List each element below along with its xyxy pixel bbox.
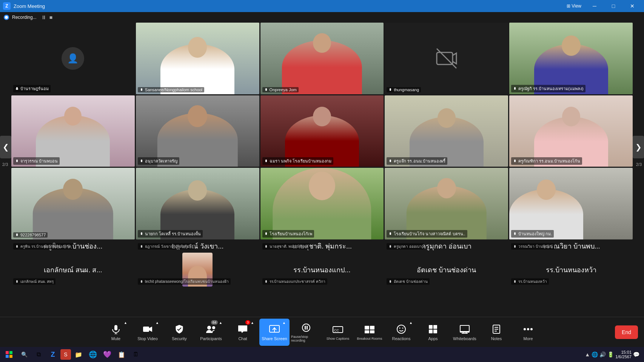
- participants-button[interactable]: ▲ 64 Participants: [196, 319, 226, 346]
- share-screen-button[interactable]: ▲ Share Screen: [259, 319, 290, 346]
- chat-button[interactable]: ▲ 3 Chat: [228, 319, 258, 346]
- taskbar-purple-icon[interactable]: 💜: [100, 348, 114, 360]
- participant-name-25: รร.บ้านหนองหว้า: [511, 278, 549, 285]
- notes-icon: [490, 323, 502, 335]
- video-cell-18[interactable]: นายสุชาติ. พุ่มกระ... นายสุชาติ. พมกระจิ…: [260, 241, 384, 252]
- svg-point-37: [530, 328, 533, 330]
- more-icon: [522, 323, 534, 335]
- mute-button[interactable]: ▲ Mute: [101, 319, 131, 346]
- reactions-icon: [395, 323, 407, 335]
- toolbar: ▲ Mute ▲ Stop Video: [0, 317, 644, 347]
- text-cell-name-25: รร.บ้านหนองหว้า: [542, 264, 600, 275]
- stop-recording-icon[interactable]: ■: [49, 14, 52, 20]
- video-cell-5[interactable]: ครูณัฐกิ รร.บ้านหนองเทราม(แมพลง): [509, 23, 633, 94]
- video-cell-11[interactable]: 92228798577: [11, 168, 135, 239]
- video-cell-14[interactable]: โรงเรียนบ้านโก้จ นางสาวจณิสต์ บตรน..: [385, 168, 508, 239]
- participant-name-2: Sansanee/Nongphailom school: [138, 87, 204, 92]
- svg-point-7: [212, 326, 215, 329]
- taskbar-search-button[interactable]: 🔍: [17, 348, 31, 360]
- participant-name-8: ฉมรา นพกิจ โรงเรียนบ้านหนองกม: [262, 157, 333, 165]
- participant-name-1: บ้านราษฎร์นอม: [13, 85, 51, 92]
- next-page-button[interactable]: ❯: [633, 136, 644, 158]
- security-shield-icon: [173, 323, 185, 335]
- more-button[interactable]: More: [513, 319, 543, 346]
- taskbar-clipboard-icon[interactable]: 📋: [115, 348, 128, 360]
- view-button[interactable]: ⊞ View: [567, 3, 581, 9]
- participant-name-13: โรงเรียนบ้านหนองโก้เพ: [262, 230, 314, 238]
- video-cell-17[interactable]: ธฎากรณ์ วังเขา... ธฎากรณ์ วังเขาน้ำ(หล่อ…: [136, 241, 259, 252]
- video-cell-19[interactable]: ครูมุกดา อ่อนเบา ครูมุกดา อออเบา: [385, 241, 508, 252]
- taskbar-browser-icon[interactable]: 🌐: [86, 348, 100, 360]
- svg-rect-16: [370, 326, 374, 330]
- participants-icon: 64: [205, 323, 217, 335]
- video-cell-3[interactable]: Onpreeya Jom: [260, 23, 384, 94]
- taskbar-calendar-icon[interactable]: 🗓: [129, 348, 143, 360]
- breakout-rooms-button[interactable]: Breakout Rooms: [354, 319, 385, 346]
- maximize-button[interactable]: □: [605, 0, 622, 12]
- video-cell-12[interactable]: นายกก โดเหลี้ รร.บ้านหนองจั้น: [136, 168, 259, 239]
- video-camera-icon: [142, 323, 154, 335]
- taskbar-task-view[interactable]: ⧉: [32, 348, 45, 360]
- video-cell-22[interactable]: techit phataraseewong/โรงเรียนพบชนบ้านหน…: [136, 253, 259, 287]
- whiteboards-button[interactable]: Whiteboards: [450, 319, 480, 346]
- video-cell-21[interactable]: เอกลักษณ์ สนผ. ส... เอกลักษณ์ สนผ. สทรุ: [11, 253, 135, 287]
- video-cell-4[interactable]: thungmasang: [385, 23, 508, 94]
- participant-name-3: Onpreeya Jom: [262, 87, 299, 92]
- pause-recording-icon[interactable]: ⏸: [41, 14, 46, 20]
- close-button[interactable]: ✕: [624, 0, 641, 12]
- apps-button[interactable]: Apps: [418, 319, 448, 346]
- chat-label: Chat: [238, 336, 247, 341]
- whiteboards-label: Whiteboards: [453, 336, 476, 341]
- taskbar-zoom-icon[interactable]: Z: [46, 348, 60, 360]
- video-cell-1[interactable]: 👤 บ้านราษฎร์นอม: [11, 23, 135, 94]
- video-cell-9[interactable]: ครูแจ๊ก รร.อนม.บ้านหนองผรี้: [385, 95, 508, 167]
- chat-icon: 3: [237, 323, 249, 335]
- svg-point-36: [527, 328, 529, 330]
- video-cell-15[interactable]: บ้านหนองใหญ่ กม.: [509, 168, 633, 239]
- video-cell-10[interactable]: ครูกัณฑิกา รร.อนม.บ้านหนองโก้น: [509, 95, 633, 167]
- captions-button[interactable]: CC Show Captions: [323, 319, 353, 346]
- windows-start-button[interactable]: [2, 348, 17, 360]
- svg-rect-25: [433, 330, 437, 333]
- end-button[interactable]: End: [615, 325, 638, 339]
- video-grid: 👤 บ้านราษฎร์นอม Sansanee/Nongphailom sch…: [11, 23, 633, 287]
- notes-button[interactable]: Notes: [481, 319, 512, 346]
- taskbar-folder-icon[interactable]: 📁: [72, 348, 85, 360]
- video-cell-13[interactable]: โรงเรียนบ้านหนองโก้เพ: [260, 168, 384, 239]
- participant-name-7: อนุบาลวัดเทาจรัญ: [138, 157, 179, 165]
- svg-rect-38: [6, 351, 9, 354]
- participant-name-9: ครูแจ๊ก รร.อนม.บ้านหนองผรี้: [387, 157, 447, 165]
- security-button[interactable]: Security: [164, 319, 194, 346]
- participant-name-18: นายสุชาติ. พมกระจิเทส: [262, 243, 310, 250]
- svg-rect-5: [143, 327, 149, 332]
- participant-name-15: บ้านหนองใหญ่ กม.: [511, 230, 554, 238]
- taskbar-battery-icon: 🔋: [607, 351, 614, 357]
- video-cell-23[interactable]: รร.บ้านหนองแกป... รร.บ้านหนองแกประชาสรรค…: [260, 253, 384, 287]
- right-page-indicator: 2/3: [636, 162, 642, 167]
- participant-name-5: ครูณัฐกิ รร.บ้านหนองเทราม(แมพลง): [511, 85, 585, 92]
- video-cell-6[interactable]: จารุวรรณ บ้านพบอน: [11, 95, 135, 167]
- minimize-button[interactable]: ─: [586, 0, 603, 12]
- taskbar-notification-icon[interactable]: 💬: [633, 351, 639, 357]
- video-cell-24[interactable]: อัตเดช บ้านช่องด่าน อัตเดช บ้านช่องด่าน: [385, 253, 508, 287]
- reactions-button[interactable]: ▲ Reactions: [386, 319, 416, 346]
- pause-recording-button[interactable]: Pause/stop recording: [291, 319, 321, 346]
- svg-rect-41: [9, 355, 12, 358]
- video-cell-20[interactable]: วรรณวิยา บ้านพบ... วรรณวิยา บ้านพบอน: [509, 241, 633, 252]
- video-cell-7[interactable]: อนุบาลวัดเทาจรัญ: [136, 95, 259, 167]
- taskbar-up-arrow[interactable]: ▲: [585, 351, 590, 357]
- video-cell-8[interactable]: ฉมรา นพกิจ โรงเรียนบ้านหนองกม: [260, 95, 384, 167]
- recording-text: Recording...: [12, 15, 37, 20]
- video-cell-25[interactable]: รร.บ้านหนองหว้า รร.บ้านหนองหว้า: [509, 253, 633, 287]
- stop-video-button[interactable]: ▲ Stop Video: [132, 319, 163, 346]
- video-cell-16[interactable]: ครูพิน รร.บ้านช่อง... ครูพิน รร.บ้านช่อง…: [11, 241, 135, 252]
- participant-name-23: รร.บ้านหนองแกประชาสรรค์ ควิกา: [262, 278, 328, 285]
- pause-recording-icon: [300, 322, 312, 334]
- svg-point-19: [397, 325, 405, 333]
- window-controls: ⊞ View ─ □ ✕: [567, 0, 641, 12]
- taskbar-s-icon[interactable]: S: [60, 349, 71, 360]
- left-page-indicator: 2/3: [2, 162, 8, 167]
- video-cell-2[interactable]: Sansanee/Nongphailom school: [136, 23, 259, 94]
- prev-page-button[interactable]: ❮: [0, 136, 11, 158]
- captions-label: Show Captions: [327, 337, 350, 341]
